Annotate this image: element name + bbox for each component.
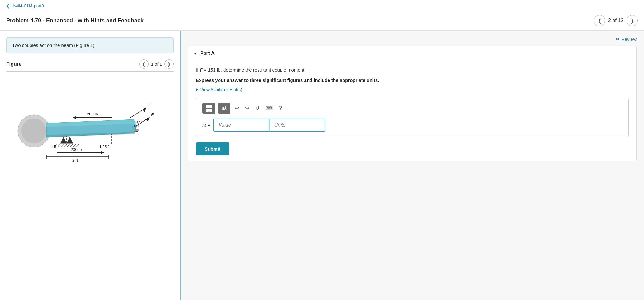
hint-chevron-icon: ▶ xyxy=(196,87,198,91)
grid-cell-1 xyxy=(206,105,209,108)
svg-text:F: F xyxy=(151,112,154,117)
svg-text:1.5 ft: 1.5 ft xyxy=(51,145,59,149)
figure-canvas: 200 lb -F F 30° 30° 30° xyxy=(6,77,174,170)
template-grid-button[interactable] xyxy=(202,103,215,114)
problem-navigation: ❮ 2 of 12 ❯ xyxy=(594,15,638,26)
svg-text:200 lb: 200 lb xyxy=(87,112,98,116)
problem-title: Problem 4.70 - Enhanced - with Hints and… xyxy=(6,17,144,24)
svg-marker-6 xyxy=(67,137,73,143)
svg-line-14 xyxy=(73,144,76,147)
right-panel: ▪▪ Review ▼ Part A If F = 151 lb, determ… xyxy=(181,31,644,300)
undo-button[interactable]: ↩ xyxy=(233,104,241,112)
svg-text:30°: 30° xyxy=(137,121,142,124)
help-button[interactable]: ? xyxy=(277,104,284,112)
submit-button[interactable]: Submit xyxy=(196,142,229,155)
symbol-button[interactable]: μÅ xyxy=(218,103,230,114)
mu-icon: μÅ xyxy=(222,106,227,110)
svg-marker-17 xyxy=(73,116,76,119)
svg-line-15 xyxy=(76,144,79,147)
grid-cell-2 xyxy=(209,105,212,108)
keyboard-button[interactable]: ⌨ xyxy=(264,104,275,112)
svg-line-12 xyxy=(67,144,70,147)
hint-label: View Available Hint(s) xyxy=(200,87,242,92)
part-title: Part A xyxy=(200,51,215,56)
grid-cell-4 xyxy=(209,109,212,112)
figure-label: Figure xyxy=(6,61,21,67)
main-layout: Two couples act on the beam (Figure 1). … xyxy=(0,31,644,300)
toolbar: μÅ ↩ ↪ ↺ ⌨ ? xyxy=(202,103,622,114)
prev-problem-button[interactable]: ❮ xyxy=(594,15,605,26)
left-panel: Two couples act on the beam (Figure 1). … xyxy=(0,31,181,300)
figure-section: Figure ❮ 1 of 1 ❯ xyxy=(6,59,174,170)
svg-marker-5 xyxy=(60,137,67,143)
review-icon: ▪▪ xyxy=(616,36,619,42)
svg-point-1 xyxy=(21,119,46,143)
next-problem-button[interactable]: ❯ xyxy=(627,15,638,26)
eq-label: M = xyxy=(202,122,210,128)
fig-prev-button[interactable]: ❮ xyxy=(139,59,149,69)
svg-line-11 xyxy=(64,144,67,147)
problem-statement-text: Two couples act on the beam (Figure 1). xyxy=(12,43,96,48)
svg-line-10 xyxy=(60,144,64,147)
units-input[interactable] xyxy=(269,119,325,132)
back-link[interactable]: ❮ Hw#4-CH4-part3 xyxy=(6,3,44,8)
part-chevron-icon: ▼ xyxy=(193,51,197,56)
problem-text: If F = 151 lb, determine the resultant c… xyxy=(196,67,629,74)
part-header[interactable]: ▼ Part A xyxy=(188,46,636,61)
svg-text:-F: -F xyxy=(147,103,151,107)
problem-text-bold: Express your answer to three significant… xyxy=(196,77,629,83)
answer-box: μÅ ↩ ↪ ↺ ⌨ ? M = xyxy=(196,98,629,137)
svg-text:30°: 30° xyxy=(134,129,140,133)
problem-statement: Two couples act on the beam (Figure 1). xyxy=(6,37,174,53)
svg-text:1.25 ft: 1.25 ft xyxy=(99,145,110,149)
svg-line-19 xyxy=(130,108,146,118)
part-section: ▼ Part A If F = 151 lb, determine the re… xyxy=(188,46,637,161)
svg-text:200 lb: 200 lb xyxy=(71,147,82,152)
variable-F: F xyxy=(200,67,203,72)
svg-marker-23 xyxy=(146,117,150,121)
figure-header: Figure ❮ 1 of 1 ❯ xyxy=(6,59,174,69)
input-row: M = xyxy=(202,119,622,132)
problem-counter: 2 of 12 xyxy=(608,18,623,23)
review-link-container: ▪▪ Review xyxy=(188,36,637,42)
value-input[interactable] xyxy=(213,119,269,132)
hint-link[interactable]: ▶ View Available Hint(s) xyxy=(196,87,629,92)
refresh-button[interactable]: ↺ xyxy=(253,104,261,112)
figure-divider xyxy=(6,71,174,72)
svg-text:2 ft: 2 ft xyxy=(72,158,78,163)
grid-cell-3 xyxy=(206,109,209,112)
beam-figure: 200 lb -F F 30° 30° 30° xyxy=(15,83,165,164)
grid-icon xyxy=(206,105,212,112)
figure-nav: ❮ 1 of 1 ❯ xyxy=(139,59,174,69)
review-label: Review xyxy=(621,36,637,42)
svg-text:30°: 30° xyxy=(134,125,139,128)
svg-line-13 xyxy=(70,144,73,147)
part-body: If F = 151 lb, determine the resultant c… xyxy=(188,61,636,161)
review-button[interactable]: ▪▪ Review xyxy=(616,36,637,42)
redo-button[interactable]: ↪ xyxy=(243,104,251,112)
svg-marker-29 xyxy=(101,151,104,154)
fig-counter: 1 of 1 xyxy=(151,62,162,67)
fig-next-button[interactable]: ❯ xyxy=(164,59,174,69)
